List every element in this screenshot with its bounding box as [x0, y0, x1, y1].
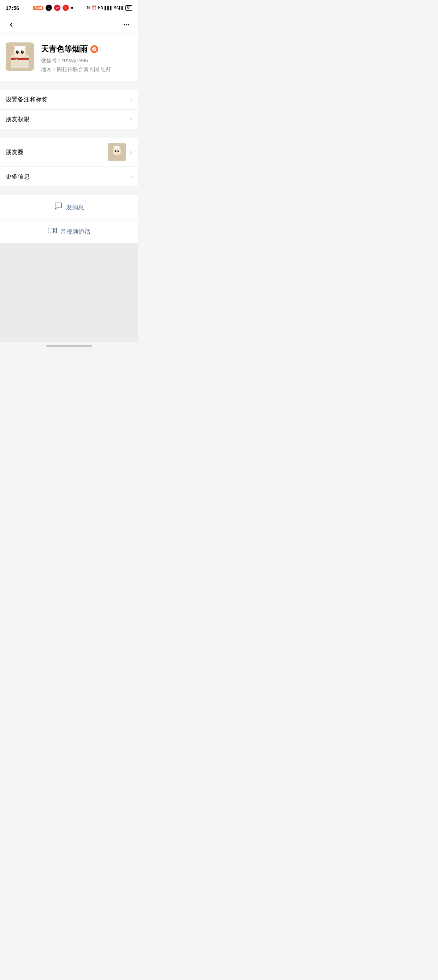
home-indicator-bar [46, 345, 92, 347]
nfc-icon: N [87, 5, 90, 10]
svg-point-27 [117, 153, 117, 153]
profile-name: 天青色等烟雨 [41, 44, 87, 54]
svg-point-0 [124, 24, 125, 25]
signal-icon: ▌▌▌ [105, 6, 113, 10]
action-section: 发消息 音视频通话 [0, 195, 138, 243]
profile-name-row: 天青色等烟雨 [41, 44, 132, 54]
svg-point-1 [126, 24, 127, 25]
chevron-icon-friend-perm: › [130, 116, 132, 123]
svg-point-26 [118, 150, 119, 151]
status-time: 17:56 [6, 5, 19, 11]
svg-point-13 [21, 50, 24, 54]
menu-label-remark: 设置备注和标签 [6, 95, 129, 103]
menu-item-more-info[interactable]: 更多信息 › [0, 167, 138, 186]
hd-icon: HD [98, 6, 103, 10]
menu-section-2: 朋友圈 › 更多信息 › [0, 137, 138, 186]
send-message-label: 发消息 [66, 203, 84, 212]
menu-label-more-info: 更多信息 [6, 172, 129, 181]
section-divider-1 [0, 81, 138, 86]
status-bar: 17:56 Soul ♪ W T N ⏰ HD ▌▌▌ 5G▌▌ 81 [0, 0, 138, 16]
svg-text:K: K [16, 58, 17, 61]
svg-point-15 [22, 51, 24, 52]
profile-info: 天青色等烟雨 微信号：rrssyy1996 地区：阿拉伯联合酋长国 迪拜 [41, 43, 132, 73]
menu-item-friend-perm[interactable]: 朋友权限 › [0, 110, 138, 129]
chevron-icon-more-info: › [130, 173, 132, 180]
signal5g-icon: 5G▌▌ [114, 6, 124, 10]
svg-point-23 [115, 150, 117, 152]
svg-rect-18 [14, 49, 25, 51]
section-divider-3 [0, 186, 138, 191]
battery-icon: 81 [125, 5, 132, 11]
verified-icon [90, 45, 98, 53]
svg-point-25 [116, 150, 116, 151]
menu-label-moments: 朋友圈 [6, 148, 108, 156]
menu-item-remark[interactable]: 设置备注和标签 › [0, 90, 138, 110]
menu-section: 设置备注和标签 › 朋友权限 › [0, 90, 138, 129]
menu-item-moments[interactable]: 朋友圈 › [0, 137, 138, 167]
video-call-label: 音视频通话 [60, 228, 90, 236]
section-divider-2 [0, 129, 138, 133]
home-indicator [0, 342, 138, 350]
back-button[interactable] [6, 19, 17, 30]
alarm-icon: ⏰ [92, 5, 97, 10]
send-message-button[interactable]: 发消息 [0, 195, 138, 220]
status-icons: N ⏰ HD ▌▌▌ 5G▌▌ 81 [87, 5, 132, 11]
svg-point-12 [16, 50, 19, 54]
notification-dot [71, 7, 73, 9]
chevron-icon-remark: › [130, 96, 132, 103]
svg-point-24 [117, 150, 119, 152]
svg-rect-28 [114, 146, 119, 148]
svg-point-16 [19, 54, 21, 55]
chevron-icon-moments: › [130, 148, 132, 156]
menu-label-friend-perm: 朋友权限 [6, 115, 129, 123]
soul-app-icon: Soul [33, 6, 43, 10]
avatar: K [6, 43, 34, 71]
chat-icon [54, 202, 62, 213]
tiktok-icon: ♪ [46, 5, 52, 11]
profile-section: K 天青色等烟雨 [0, 34, 138, 81]
status-app-icons: Soul ♪ W T [19, 5, 87, 11]
profile-wechat: 微信号：rrssyy1996 [41, 57, 132, 64]
svg-point-2 [128, 24, 130, 25]
more-button[interactable] [121, 19, 132, 30]
nav-bar [0, 16, 138, 34]
video-call-button[interactable]: 音视频通话 [0, 220, 138, 243]
bottom-area [0, 243, 138, 342]
moments-thumbnail [108, 143, 126, 161]
svg-point-20 [113, 148, 121, 155]
svg-point-14 [17, 51, 19, 52]
video-call-icon [48, 227, 57, 236]
toutiao-icon: T [62, 5, 69, 11]
weibo-icon: W [54, 5, 60, 11]
svg-rect-29 [48, 228, 54, 233]
profile-region: 地区：阿拉伯联合酋长国 迪拜 [41, 66, 132, 73]
